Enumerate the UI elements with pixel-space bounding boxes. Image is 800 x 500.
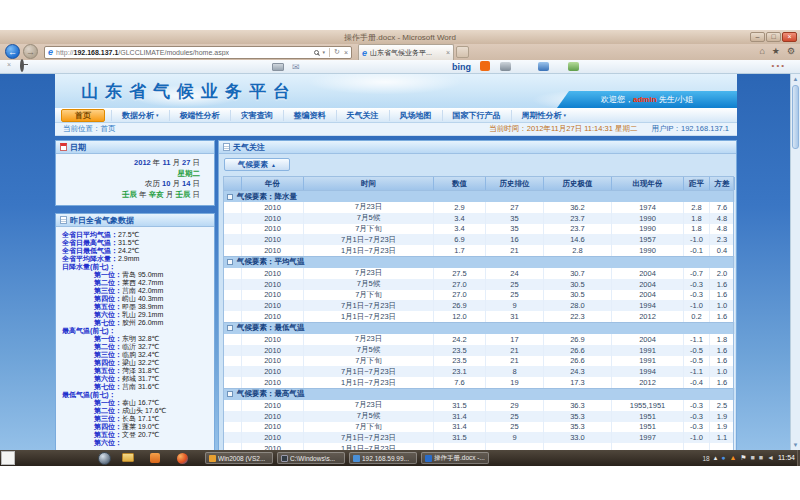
row-lead-cell <box>224 224 242 235</box>
volume-icon[interactable]: ◄ <box>767 452 774 464</box>
bird-icon[interactable] <box>538 62 549 71</box>
taskbar-button-1[interactable]: Win2008 (VS2... <box>205 452 273 464</box>
app-icon-orange[interactable] <box>150 453 160 463</box>
weather-stat-line: 第三位：长岛 17.1℃ <box>62 415 212 423</box>
minimize-button[interactable]: – <box>750 32 765 42</box>
table-cell: 27.0 <box>434 290 486 301</box>
card-icon[interactable] <box>272 63 284 71</box>
table-cell: 2010 <box>242 290 304 301</box>
table-cell: 27 <box>486 202 544 213</box>
nav-item-1[interactable]: 首页 <box>61 109 105 122</box>
table-group-row[interactable]: 气候要素：最低气温 <box>224 322 733 334</box>
taskbar-clock[interactable]: 11:54 <box>778 450 795 466</box>
more-dots-icon[interactable]: ••• <box>772 61 786 70</box>
star-icon[interactable]: ★ <box>772 46 780 56</box>
close-button[interactable]: × <box>782 32 797 42</box>
nav-item-6[interactable]: 天气关注 <box>336 110 389 121</box>
nav-item-9[interactable]: 周期性分析▾ <box>511 110 577 121</box>
nav-item-8[interactable]: 国家下行产品 <box>442 110 511 121</box>
browser-app-icon[interactable] <box>177 453 188 464</box>
table-cell: 1991 <box>612 345 684 356</box>
taskbar-button-label: 192.168.59.99... <box>362 455 409 462</box>
browser-tab[interactable]: e 山东省气候业务平... × <box>358 44 454 60</box>
caret-icon[interactable]: ▴ <box>714 452 718 464</box>
minimized-window[interactable] <box>1 451 15 465</box>
stat-label: 第三位： <box>94 415 122 422</box>
nav-item-4[interactable]: 灾害查询 <box>230 110 283 121</box>
back-button[interactable]: ← <box>5 44 20 59</box>
collapse-icon[interactable] <box>227 325 233 331</box>
display-icon[interactable]: ■ <box>759 452 763 464</box>
main-nav: 首页数据分析▾极端性分析灾害查询整编资料天气关注风场地图国家下行产品周期性分析▾ <box>55 108 737 123</box>
table-cell: 1.6 <box>710 311 735 322</box>
nav-item-7[interactable]: 风场地图 <box>389 110 442 121</box>
scrollbar-thumb[interactable] <box>792 85 799 149</box>
table-cell: 2012 <box>612 311 684 322</box>
table-row: 20101月1日~7月23日7.61917.32012-0.41.6 <box>224 377 733 388</box>
new-tab-button[interactable] <box>456 46 469 58</box>
refresh-icon[interactable]: ↻ <box>334 48 340 56</box>
calendar-text: 农历 <box>145 179 162 188</box>
row-lead-cell <box>224 234 242 245</box>
table-row: 20107月1日~7月23日23.1824.31994-1.11.0 <box>224 366 733 377</box>
table-group-row[interactable]: 气候要素：最高气温 <box>224 388 733 400</box>
globe-icon[interactable]: ● <box>721 452 725 464</box>
scrollbar[interactable]: ▲ ▼ <box>790 74 800 450</box>
collapse-icon[interactable] <box>227 194 233 200</box>
stat-label: 第六位： <box>94 439 122 446</box>
calendar-line: 农历 10 月 14 日 <box>60 179 200 190</box>
table-cell: 1.7 <box>434 245 486 256</box>
site-title: 山东省气候业务平台 <box>81 80 297 103</box>
maximize-button[interactable]: □ <box>766 32 781 42</box>
flag-icon[interactable]: ⚑ <box>740 452 746 464</box>
address-bar[interactable]: e http://192.168.137.1/GLCCLIMATE/module… <box>44 46 352 59</box>
weather-panel: 天气关注 气候要素 ▲ 年份时间数值历史排位历史极值出现年份距平方差气候要素：降… <box>218 140 737 450</box>
forward-button[interactable]: → <box>23 44 38 59</box>
weather-table: 年份时间数值历史排位历史极值出现年份距平方差气候要素：降水量20107月23日2… <box>223 176 734 450</box>
scroll-up-icon[interactable]: ▲ <box>791 76 800 82</box>
page-content: 日期 2012 年 11 月 27 日星期二农历 10 月 14 日壬辰 年 辛… <box>55 136 737 450</box>
bing-logo[interactable]: bing <box>452 62 471 72</box>
table-group-row[interactable]: 气候要素：平均气温 <box>224 256 733 268</box>
weather-stat-line: 第三位：莒南 42.0mm <box>62 287 212 295</box>
climate-element-button[interactable]: 气候要素 ▲ <box>224 158 290 171</box>
table-cell: -0.3 <box>684 411 710 422</box>
stat-label: 日降水量(前七)： <box>62 263 116 270</box>
taskbar-button-3[interactable]: 192.168.59.99... <box>349 452 417 464</box>
tab-close-icon[interactable]: × <box>446 49 450 56</box>
scroll-down-icon[interactable]: ▼ <box>791 442 800 448</box>
calendar-text: 2012 <box>134 158 151 167</box>
nav-item-3[interactable]: 极端性分析 <box>169 110 230 121</box>
start-button[interactable] <box>98 452 111 465</box>
table-cell: 1991 <box>612 356 684 367</box>
table-cell: 19 <box>486 377 544 388</box>
people-icon[interactable] <box>568 62 579 71</box>
collapse-icon[interactable] <box>227 391 233 397</box>
toolbar-close-icon[interactable]: × <box>7 61 11 68</box>
bing-badge-icon[interactable] <box>480 61 490 71</box>
table-cell: -1.0 <box>684 432 710 443</box>
nav-item-2[interactable]: 数据分析▾ <box>111 110 169 121</box>
display-icon[interactable]: ■ <box>751 452 755 464</box>
stop-icon[interactable]: × <box>344 49 348 56</box>
home-icon[interactable]: ⌂ <box>759 46 764 56</box>
table-group-row[interactable]: 气候要素：降水量 <box>224 190 733 202</box>
envelope-icon[interactable]: ✉ <box>292 62 300 72</box>
chevron-down-icon[interactable]: ▾ <box>323 49 326 55</box>
taskbar-button-2[interactable]: C:\Windows\s... <box>277 452 345 464</box>
stat-label: 最低气温(前七)： <box>62 391 116 398</box>
collapse-icon[interactable] <box>227 259 233 265</box>
flame-icon[interactable]: ▲ <box>729 452 736 464</box>
row-lead-cell <box>224 356 242 367</box>
blocker-icon[interactable] <box>20 59 24 72</box>
table-cell: 21 <box>486 345 544 356</box>
url-path: /GLCCLIMATE/modules/home.aspx <box>118 49 229 56</box>
folder-icon[interactable] <box>122 453 134 462</box>
search-icon[interactable] <box>314 50 319 55</box>
gear-icon[interactable]: ⚙ <box>787 46 795 56</box>
table-cell: 17 <box>486 334 544 345</box>
taskbar-button-4[interactable]: 操作手册.docx -... <box>421 452 489 464</box>
camera-icon[interactable] <box>500 62 511 71</box>
row-lead-cell <box>224 377 242 388</box>
nav-item-5[interactable]: 整编资料 <box>283 110 336 121</box>
